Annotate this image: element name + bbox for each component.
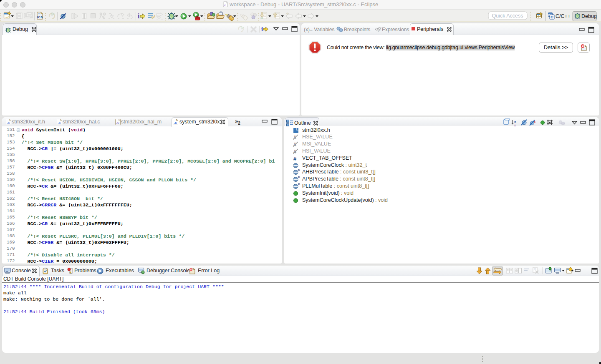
svg-text:i: i (261, 26, 263, 33)
svg-text:Debug: Debug (581, 13, 597, 19)
svg-text:C: C (550, 15, 553, 19)
svg-text:C/C++: C/C++ (556, 13, 571, 19)
svg-text:x=: x= (378, 30, 381, 32)
svg-text:i: i (138, 13, 140, 20)
svg-text:Quick Access: Quick Access (492, 13, 523, 19)
svg-text:010: 010 (37, 15, 43, 19)
svg-text:z: z (514, 123, 516, 127)
svg-text:c: c (224, 3, 226, 7)
svg-text:a: a (514, 120, 516, 123)
